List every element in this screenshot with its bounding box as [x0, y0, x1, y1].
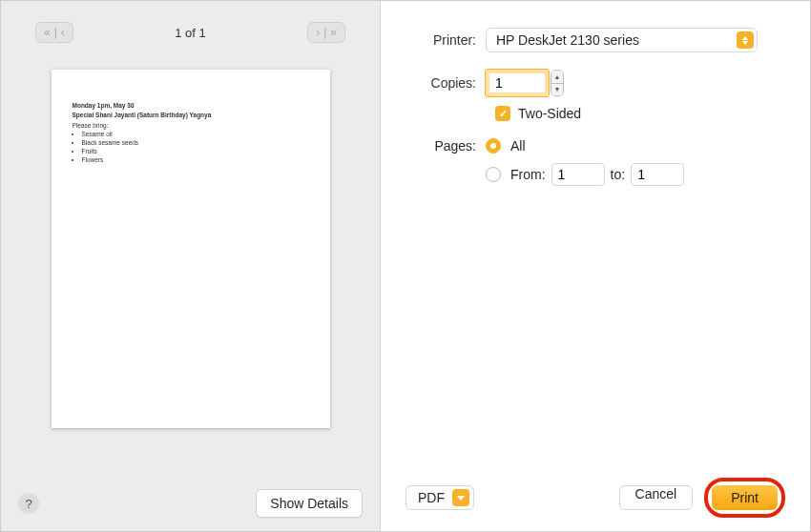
cancel-button[interactable]: Cancel	[619, 485, 694, 510]
pages-range-row[interactable]: From: to:	[409, 163, 781, 186]
preview-item: Fruits	[82, 148, 309, 156]
updown-icon	[737, 31, 754, 49]
preview-line: Special Shani Jayanti (Saturn Birthday) …	[73, 112, 309, 120]
preview-item: Black sesame seeds	[82, 139, 309, 148]
copies-stepper[interactable]: ▲ ▼	[551, 70, 564, 96]
first-page-icon: «	[42, 26, 52, 39]
print-highlight: Print	[704, 478, 785, 518]
two-sided-row[interactable]: ✓ Two-Sided	[495, 106, 781, 121]
pages-to-input[interactable]	[631, 163, 684, 186]
printer-row: Printer: HP DeskJet 2130 series	[409, 28, 781, 52]
pages-label: Pages:	[409, 138, 486, 153]
copies-row: Copies: ▲ ▼	[409, 70, 781, 96]
pages-to-label: to:	[611, 167, 626, 182]
pdf-menu-button[interactable]: PDF	[406, 485, 474, 510]
stepper-up-icon: ▲	[551, 71, 563, 84]
two-sided-label: Two-Sided	[518, 106, 581, 121]
divider: |	[322, 26, 328, 39]
print-dialog: « | ‹ 1 of 1 › | » Monday 1pm, May 30 Sp…	[0, 0, 811, 532]
pager-prev-group[interactable]: « | ‹	[35, 22, 73, 43]
stepper-down-icon: ▼	[551, 84, 563, 96]
prev-page-icon: ‹	[59, 26, 67, 39]
pages-all-row[interactable]: Pages: All	[409, 138, 781, 153]
preview-list: Sesame oil Black sesame seeds Fruits Flo…	[82, 131, 309, 164]
preview-item: Sesame oil	[82, 131, 309, 139]
chevron-down-icon	[452, 489, 469, 506]
preview-item: Flowers	[82, 156, 309, 165]
preview-line: Please bring:	[73, 122, 309, 131]
divider: |	[52, 26, 59, 39]
options-panel: Printer: HP DeskJet 2130 series Copies: …	[381, 1, 810, 531]
checkbox-checked-icon: ✓	[495, 106, 510, 121]
pages-from-label: From:	[510, 167, 546, 182]
last-page-icon: »	[328, 26, 339, 39]
pages-all-label: All	[510, 138, 526, 153]
pages-from-input[interactable]	[551, 163, 605, 186]
preview-panel: « | ‹ 1 of 1 › | » Monday 1pm, May 30 Sp…	[1, 1, 381, 531]
page-count-label: 1 of 1	[175, 26, 206, 40]
copies-input[interactable]	[486, 70, 549, 96]
pdf-label: PDF	[418, 490, 445, 505]
radio-checked-icon	[486, 138, 501, 153]
help-button[interactable]: ?	[18, 493, 39, 514]
print-button[interactable]: Print	[712, 485, 778, 510]
printer-select[interactable]: HP DeskJet 2130 series	[486, 28, 758, 52]
pages-group: Pages: All From: to:	[409, 138, 781, 186]
pager-next-group[interactable]: › | »	[307, 22, 345, 43]
preview-line: Monday 1pm, May 30	[73, 102, 309, 111]
page-preview: Monday 1pm, May 30 Special Shani Jayanti…	[52, 70, 330, 428]
copies-label: Copies:	[409, 75, 486, 91]
printer-value: HP DeskJet 2130 series	[496, 32, 639, 48]
show-details-button[interactable]: Show Details	[256, 489, 363, 518]
right-bottom-bar: PDF Cancel Print	[381, 478, 810, 518]
next-page-icon: ›	[314, 26, 322, 39]
printer-label: Printer:	[409, 32, 486, 48]
pager: « | ‹ 1 of 1 › | »	[1, 1, 380, 43]
left-bottom-bar: ? Show Details	[1, 489, 380, 518]
radio-unchecked-icon	[486, 167, 501, 182]
